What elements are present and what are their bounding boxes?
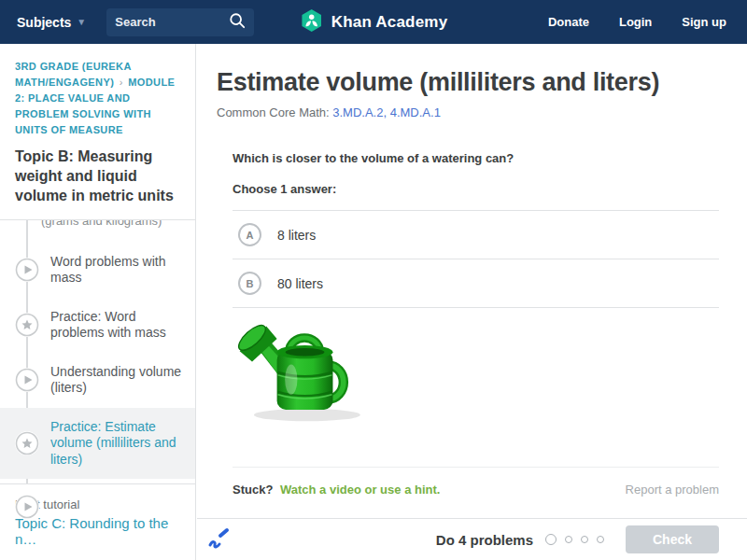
answer-option-a[interactable]: A 8 liters bbox=[233, 211, 719, 259]
exercise-footer: Do 4 problems Check bbox=[197, 518, 747, 560]
standard-separator: , bbox=[383, 105, 389, 119]
common-core-line: Common Core Math: 3.MD.A.2, 4.MD.A.1 bbox=[217, 105, 747, 119]
breadcrumb: 3RD GRADE (EUREKA MATH/ENGAGENY) › MODUL… bbox=[0, 44, 195, 138]
sidebar-item-video[interactable]: Word problems with mass bbox=[0, 243, 195, 298]
sidebar-item-label: Understanding volume (liters) bbox=[50, 364, 184, 397]
standard-link[interactable]: 4.MD.A.1 bbox=[390, 105, 441, 119]
watch-video-hint-link[interactable]: Watch a video or use a hint. bbox=[280, 483, 440, 497]
sidebar-item-clipped[interactable]: (grams and kilograms) bbox=[0, 220, 195, 243]
breadcrumb-separator: › bbox=[118, 77, 125, 88]
topic-title: Topic B: Measuring weight and liquid vol… bbox=[0, 138, 195, 218]
do-problems-label: Do 4 problems bbox=[436, 532, 533, 548]
tutorial-sidebar: 3RD GRADE (EUREKA MATH/ENGAGENY) › MODUL… bbox=[0, 44, 196, 560]
radio-letter-a[interactable]: A bbox=[238, 223, 261, 246]
subjects-label: Subjects bbox=[17, 15, 71, 30]
subjects-menu-button[interactable]: Subjects ▼ bbox=[17, 15, 86, 30]
chevron-down-icon: ▼ bbox=[77, 17, 86, 27]
progress-dot bbox=[545, 534, 557, 545]
login-link[interactable]: Login bbox=[619, 15, 652, 29]
standards-prefix: Common Core Math: bbox=[217, 105, 330, 119]
video-play-icon bbox=[15, 495, 39, 519]
exercise-main: Estimate volume (milliliters and liters)… bbox=[197, 44, 747, 560]
sidebar-item-practice[interactable]: Practice: Word problems with mass bbox=[0, 298, 195, 353]
progress-dot bbox=[565, 536, 572, 543]
check-button[interactable]: Check bbox=[626, 525, 719, 553]
radio-letter-b[interactable]: B bbox=[238, 272, 261, 295]
next-tutorial-label: Next tutorial bbox=[15, 497, 180, 511]
search-icon[interactable] bbox=[229, 12, 246, 33]
question-area: Which is closer to the volume of a water… bbox=[233, 151, 719, 497]
sidebar-item-label: Practice: Estimate volume (milliliters a… bbox=[50, 419, 184, 469]
video-play-icon bbox=[15, 368, 39, 392]
watering-can-image bbox=[234, 319, 719, 429]
sidebar-item-label: Word problems with mass bbox=[50, 254, 184, 287]
practice-star-icon bbox=[15, 431, 39, 455]
page-title: Estimate volume (milliliters and liters) bbox=[217, 68, 719, 97]
next-tutorial-link[interactable]: Topic C: Rounding to the n… bbox=[15, 515, 180, 547]
top-navbar: Subjects ▼ Khan Academy Donate Login Sig… bbox=[0, 0, 747, 44]
question-text: Which is closer to the volume of a water… bbox=[233, 151, 719, 165]
option-text: 80 liters bbox=[277, 276, 323, 291]
search-input[interactable] bbox=[115, 15, 218, 29]
donate-link[interactable]: Donate bbox=[548, 15, 589, 29]
choose-answer-label: Choose 1 answer: bbox=[233, 182, 719, 196]
search-box[interactable] bbox=[106, 8, 254, 36]
pencil-scribble-icon bbox=[206, 525, 231, 553]
practice-star-icon bbox=[15, 313, 39, 337]
sidebar-item-practice-active[interactable]: Practice: Estimate volume (milliliters a… bbox=[0, 408, 195, 480]
option-text: 8 liters bbox=[277, 228, 316, 243]
navbar-links: Donate Login Sign up bbox=[548, 15, 747, 29]
footer-progress-group: Do 4 problems Check bbox=[436, 525, 747, 553]
brand-name: Khan Academy bbox=[331, 13, 448, 32]
khan-academy-logo[interactable]: Khan Academy bbox=[300, 8, 448, 36]
sidebar-item-label: Practice: Word problems with mass bbox=[50, 309, 184, 342]
logo-leaf-icon bbox=[300, 8, 324, 36]
report-problem-link[interactable]: Report a problem bbox=[626, 483, 719, 497]
progress-dot bbox=[597, 536, 604, 543]
breadcrumb-course-link[interactable]: 3RD GRADE (EUREKA MATH/ENGAGENY) bbox=[15, 61, 131, 88]
standard-link[interactable]: 3.MD.A.2 bbox=[332, 105, 383, 119]
progress-dot bbox=[581, 536, 588, 543]
signup-link[interactable]: Sign up bbox=[682, 15, 726, 29]
video-play-icon bbox=[15, 258, 39, 282]
sidebar-item-label: (grams and kilograms) bbox=[41, 220, 162, 229]
sidebar-item-video[interactable]: Understanding volume (liters) bbox=[0, 353, 195, 408]
stuck-label: Stuck? bbox=[233, 483, 273, 497]
stuck-row: Stuck? Watch a video or use a hint. Repo… bbox=[233, 467, 719, 497]
answer-option-b[interactable]: B 80 liters bbox=[233, 259, 719, 308]
